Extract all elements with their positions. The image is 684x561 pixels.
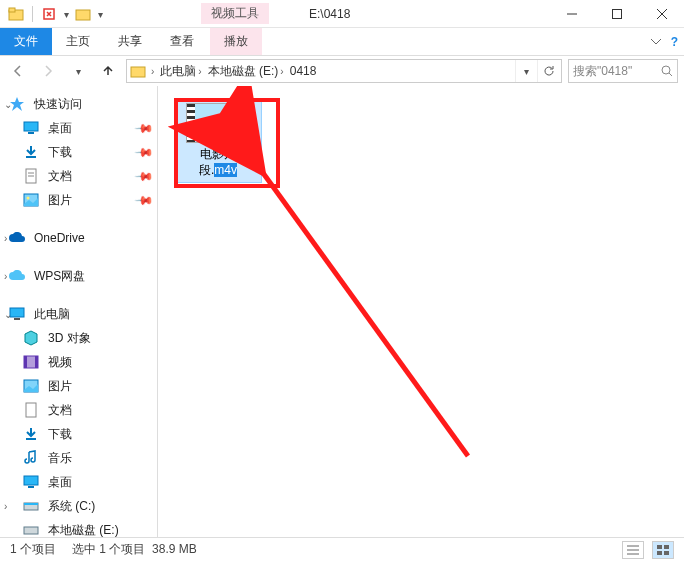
nav-onedrive[interactable]: › OneDrive (0, 226, 157, 250)
nav-up-button[interactable] (96, 59, 120, 83)
nav-wps[interactable]: › WPS网盘 (0, 264, 157, 288)
nav-downloads[interactable]: 下载 📌 (0, 140, 157, 164)
ribbon-tabs: 文件 主页 共享 查看 播放 ? (0, 28, 684, 56)
music-icon (22, 449, 40, 467)
chevron-down-icon[interactable]: ⌄ (4, 309, 12, 320)
file-name-prefix: 段. (199, 163, 214, 177)
svg-rect-22 (35, 356, 38, 368)
nav-label: 视频 (48, 354, 72, 371)
crumb-folder[interactable]: 0418 (288, 64, 319, 78)
svg-line-8 (669, 73, 672, 76)
documents-icon (22, 167, 40, 185)
nav-label: 系统 (C:) (48, 498, 95, 515)
view-details-button[interactable] (622, 541, 644, 559)
maximize-button[interactable] (594, 0, 639, 28)
nav-label: WPS网盘 (34, 268, 85, 285)
nav-quick-access[interactable]: ⌄ 快速访问 (0, 92, 157, 116)
tab-play[interactable]: 播放 (210, 28, 262, 55)
nav-recent-dropdown[interactable] (66, 59, 90, 83)
nav-documents[interactable]: 文档 📌 (0, 164, 157, 188)
title-bar: 视频工具 E:\0418 (0, 0, 684, 28)
nav-downloads-pc[interactable]: 下载 (0, 422, 157, 446)
search-input[interactable]: 搜索"0418" (568, 59, 678, 83)
nav-label: 文档 (48, 168, 72, 185)
svg-rect-21 (24, 356, 27, 368)
downloads-icon (22, 425, 40, 443)
svg-rect-39 (664, 551, 669, 555)
nav-desktop[interactable]: 桌面 📌 (0, 116, 157, 140)
chevron-down-icon[interactable]: ⌄ (4, 99, 12, 110)
svg-rect-11 (28, 132, 34, 134)
minimize-button[interactable] (549, 0, 594, 28)
pin-icon: 📌 (134, 142, 154, 162)
view-icons-button[interactable] (652, 541, 674, 559)
svg-rect-18 (10, 308, 24, 317)
svg-marker-9 (10, 97, 24, 111)
svg-rect-29 (24, 503, 38, 505)
nav-drive-c[interactable]: › 系统 (C:) (0, 494, 157, 518)
svg-rect-27 (28, 486, 34, 488)
desktop-icon (22, 473, 40, 491)
chevron-right-icon[interactable]: › (4, 501, 7, 512)
nav-pictures-pc[interactable]: 图片 (0, 374, 157, 398)
nav-label: 3D 对象 (48, 330, 91, 347)
crumb-sep-root[interactable]: › (149, 66, 156, 77)
nav-music[interactable]: 音乐 (0, 446, 157, 470)
address-bar[interactable]: › 此电脑 › 本地磁盘 (E:) › 0418 (126, 59, 562, 83)
window-controls (549, 0, 684, 28)
nav-documents-pc[interactable]: 文档 (0, 398, 157, 422)
nav-label: 图片 (48, 192, 72, 209)
pin-icon: 📌 (134, 118, 154, 138)
cloud-icon (8, 229, 26, 247)
file-item[interactable]: ▶ 电影片 段.m4v (174, 98, 262, 183)
downloads-icon (22, 143, 40, 161)
svg-rect-24 (26, 403, 36, 417)
nav-back-button[interactable] (6, 59, 30, 83)
nav-label: 下载 (48, 144, 72, 161)
nav-label: 快速访问 (34, 96, 82, 113)
cloud-icon (8, 267, 26, 285)
crumb-this-pc[interactable]: 此电脑 › (158, 63, 203, 80)
folder-icon (129, 62, 147, 80)
chevron-right-icon[interactable]: › (4, 233, 7, 244)
nav-desktop-pc[interactable]: 桌面 (0, 470, 157, 494)
svg-rect-30 (24, 527, 38, 534)
tab-home[interactable]: 主页 (52, 28, 104, 55)
video-icon (22, 353, 40, 371)
pin-icon: 📌 (134, 190, 154, 210)
folder-icon (6, 4, 26, 24)
play-overlay-icon: ▶ (237, 130, 253, 146)
nav-this-pc[interactable]: ⌄ 此电脑 (0, 302, 157, 326)
nav-label: 桌面 (48, 474, 72, 491)
close-button[interactable] (639, 0, 684, 28)
nav-label: 下载 (48, 426, 72, 443)
nav-label: 桌面 (48, 120, 72, 137)
nav-pictures[interactable]: 图片 📌 (0, 188, 157, 212)
help-icon[interactable]: ? (671, 35, 678, 49)
svg-rect-10 (24, 122, 38, 131)
chevron-right-icon[interactable]: › (4, 271, 7, 282)
nav-videos[interactable]: 视频 (0, 350, 157, 374)
file-name-editor[interactable]: 电影片 段.m4v (199, 147, 237, 178)
qat-dropdown-1[interactable] (61, 7, 71, 21)
new-folder-icon[interactable] (73, 4, 93, 24)
refresh-button[interactable] (537, 60, 559, 82)
address-dropdown-button[interactable] (515, 60, 537, 82)
nav-label: 音乐 (48, 450, 72, 467)
qat-dropdown-2[interactable] (95, 7, 105, 21)
tab-view[interactable]: 查看 (156, 28, 208, 55)
content-pane[interactable]: ▶ 电影片 段.m4v (158, 86, 684, 537)
status-selection: 选中 1 个项目 38.9 MB (72, 541, 197, 558)
properties-icon[interactable] (39, 4, 59, 24)
pictures-icon (22, 191, 40, 209)
crumb-drive[interactable]: 本地磁盘 (E:) › (206, 63, 286, 80)
desktop-icon (22, 119, 40, 137)
ribbon-expand-icon[interactable] (651, 35, 661, 49)
nav-3d-objects[interactable]: 3D 对象 (0, 326, 157, 350)
svg-rect-36 (657, 545, 662, 549)
tab-share[interactable]: 共享 (104, 28, 156, 55)
search-placeholder: 搜索"0418" (573, 63, 632, 80)
nav-drive-e[interactable]: 本地磁盘 (E:) (0, 518, 157, 537)
svg-rect-38 (657, 551, 662, 555)
tab-file[interactable]: 文件 (0, 28, 52, 55)
